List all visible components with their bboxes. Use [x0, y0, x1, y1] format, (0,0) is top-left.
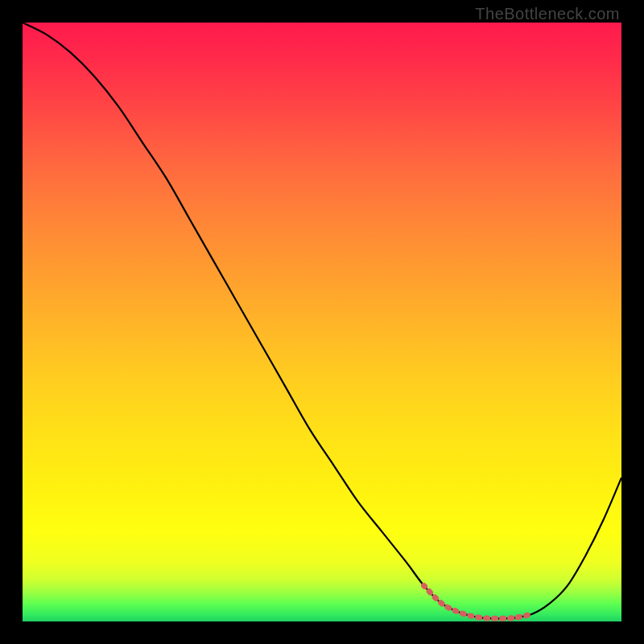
chart-frame: [23, 23, 621, 621]
attribution-text: TheBottleneck.com: [475, 5, 620, 23]
gradient-background: [23, 23, 621, 621]
